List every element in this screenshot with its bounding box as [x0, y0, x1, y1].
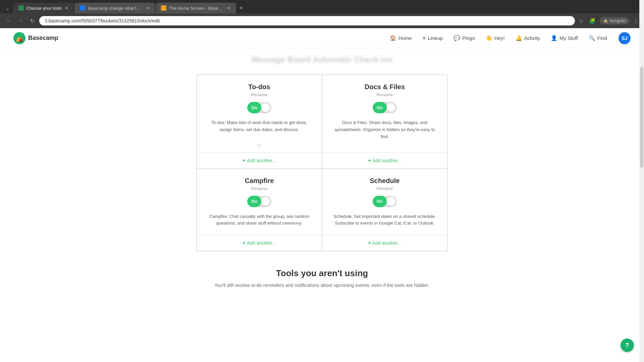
tab-favicon-1 — [18, 5, 24, 11]
mystuff-icon: 👤 — [551, 35, 557, 41]
site-nav: ⛺ Basecamp 🏠 Home ≡ Lineup 💬 Pings 👋 Hey… — [0, 28, 644, 48]
docs-card-bottom: + Add another... — [322, 153, 447, 168]
todos-rename[interactable]: Rename — [251, 92, 267, 97]
campfire-rename[interactable]: Rename — [251, 186, 267, 191]
home-icon: 🏠 — [390, 35, 396, 41]
nav-mystuff[interactable]: 👤 My Stuff — [546, 32, 583, 44]
tab-favicon-3 — [161, 5, 166, 11]
campfire-add-label: Add another... — [247, 240, 276, 246]
nav-home[interactable]: 🏠 Home — [385, 32, 417, 44]
docs-rename[interactable]: Rename — [376, 92, 393, 97]
menu-button[interactable]: ⋮ — [632, 16, 640, 25]
todos-title: To-dos — [248, 83, 270, 91]
scrollbar-thumb[interactable] — [640, 67, 643, 168]
nav-find[interactable]: 🔍 Find — [584, 32, 612, 44]
todos-desc: To-dos: Make lists of work that needs to… — [204, 119, 315, 133]
nav-home-label: Home — [398, 35, 412, 41]
not-using-section: Tools you aren't using You'll still rece… — [0, 251, 644, 295]
toolbar-icons: ☆ 🧩 🕵 Incognito ⋮ — [578, 16, 640, 25]
nav-pings[interactable]: 💬 Pings — [449, 32, 480, 44]
avatar[interactable]: SJ — [619, 32, 631, 44]
tool-card-docs: Docs & Files Rename On Docs & Files: Sha… — [322, 75, 447, 169]
todos-add-label: Add another... — [247, 158, 276, 163]
docs-toggle[interactable]: On — [373, 102, 397, 113]
forward-button[interactable]: → — [16, 16, 25, 25]
tool-card-schedule: Schedule Rename On Schedule: Set importa… — [322, 169, 447, 251]
todos-add-icon: + — [243, 158, 246, 164]
schedule-add-label: Add another... — [372, 240, 401, 246]
campfire-desc: Campfire: Chat casually with the group, … — [204, 213, 315, 227]
lineup-icon: ≡ — [423, 35, 426, 41]
tab-close-1[interactable]: ✕ — [64, 5, 68, 11]
schedule-toggle-knob — [387, 197, 395, 206]
campfire-toggle-knob — [261, 197, 270, 206]
campfire-card-bottom: + Add another... — [197, 235, 322, 251]
campfire-toggle[interactable]: On — [247, 196, 271, 207]
schedule-rename[interactable]: Rename — [376, 186, 393, 191]
campfire-add-button[interactable]: + Add another... — [197, 235, 322, 251]
docs-add-label: Add another... — [372, 158, 401, 163]
logo-text: Basecamp — [28, 35, 58, 42]
nav-mystuff-label: My Stuff — [559, 35, 578, 41]
find-icon: 🔍 — [589, 35, 595, 41]
schedule-card-bottom: + Add another... — [322, 235, 447, 251]
nav-activity-label: Activity — [524, 35, 540, 41]
schedule-toggle-on: On — [373, 196, 387, 207]
activity-icon: 🔔 — [516, 35, 522, 41]
page-content: Message Board Automatic Check-ins To-dos… — [0, 48, 644, 295]
nav-items: 🏠 Home ≡ Lineup 💬 Pings 👋 Hey! 🔔 Activit… — [385, 32, 612, 44]
site-logo: ⛺ Basecamp — [13, 32, 58, 44]
schedule-add-icon: + — [368, 240, 371, 246]
tab-close-3[interactable]: ✕ — [227, 5, 231, 11]
back-button[interactable]: ← — [4, 16, 13, 25]
campfire-title: Campfire — [245, 177, 274, 185]
nav-activity[interactable]: 🔔 Activity — [511, 32, 545, 44]
schedule-add-button[interactable]: + Add another... — [322, 235, 447, 251]
schedule-title: Schedule — [370, 177, 400, 185]
tab-close-2[interactable]: ✕ — [146, 5, 150, 11]
nav-find-label: Find — [597, 35, 607, 41]
reload-button[interactable]: ↻ — [28, 16, 37, 25]
docs-toggle-on: On — [373, 102, 387, 113]
nav-hey-label: Hey! — [494, 35, 505, 41]
tab-3[interactable]: The Home Screen - Basecamp H... ✕ — [156, 3, 236, 13]
tab-1[interactable]: Choose your tools ✕ — [13, 3, 74, 13]
incognito-badge: 🕵 Incognito — [600, 17, 629, 24]
docs-desc: Docs & Files: Share docs, files, images,… — [329, 119, 440, 144]
todos-toggle-knob — [261, 103, 270, 112]
bookmark-icon[interactable]: ☆ — [578, 16, 585, 25]
incognito-label: Incognito — [609, 18, 626, 23]
address-bar-row: ← → ↻ ☆ 🧩 🕵 Incognito ⋮ — [0, 13, 644, 28]
todos-toggle[interactable]: On — [247, 102, 271, 113]
tab-overflow-button[interactable]: ⌄ — [3, 4, 12, 13]
docs-toggle-knob — [387, 103, 395, 112]
tab-favicon-2 — [80, 5, 85, 11]
todos-toggle-on: On — [247, 102, 261, 113]
tab-label-2: basecamp change what to show — [88, 6, 143, 11]
campfire-toggle-on: On — [247, 196, 261, 207]
schedule-desc: Schedule: Set important dates on a share… — [329, 213, 440, 227]
nav-lineup[interactable]: ≡ Lineup — [418, 33, 447, 44]
docs-add-button[interactable]: + Add another... — [322, 153, 447, 168]
new-tab-button[interactable]: + — [237, 3, 246, 13]
tool-card-campfire: Campfire Rename On Campfire: Chat casual… — [197, 169, 322, 251]
tool-card-todos: To-dos Rename On To-dos: Make lists of w… — [197, 75, 322, 169]
tools-grid: To-dos Rename On To-dos: Make lists of w… — [196, 74, 448, 251]
tab-2[interactable]: basecamp change what to show ✕ — [74, 3, 155, 13]
todos-card-bottom: + Add another... — [197, 153, 322, 168]
nav-hey[interactable]: 👋 Hey! — [481, 32, 509, 44]
docs-title: Docs & Files — [365, 83, 405, 91]
nav-pings-label: Pings — [462, 35, 475, 41]
todos-add-button[interactable]: + Add another... — [197, 153, 322, 168]
hey-icon: 👋 — [486, 35, 492, 41]
scrollbar[interactable] — [639, 0, 644, 295]
address-input[interactable] — [39, 16, 575, 25]
not-using-desc: You'll still receive to-do reminders and… — [205, 283, 439, 288]
browser-chrome: ⌄ Choose your tools ✕ basecamp change wh… — [0, 0, 644, 28]
tab-label-1: Choose your tools — [26, 6, 62, 11]
schedule-toggle[interactable]: On — [373, 196, 397, 207]
tab-label-3: The Home Screen - Basecamp H... — [169, 6, 224, 11]
pings-icon: 💬 — [453, 35, 460, 41]
cursor-indicator: ○ — [257, 141, 261, 149]
extension-icon[interactable]: 🧩 — [588, 16, 597, 25]
